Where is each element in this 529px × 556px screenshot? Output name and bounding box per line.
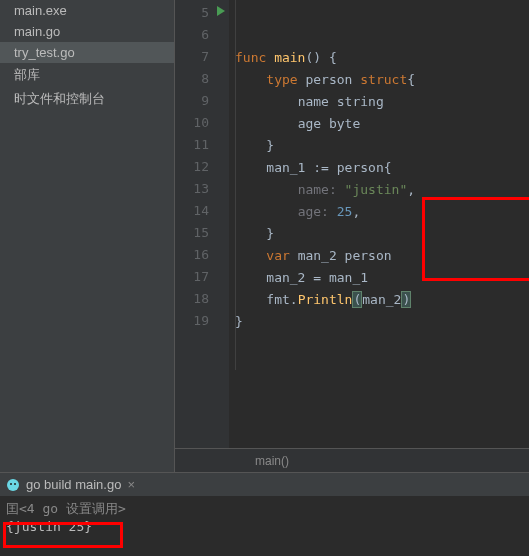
line-number: 15 bbox=[175, 222, 229, 244]
line-number: 13 bbox=[175, 178, 229, 200]
file-tree: main.exemain.gotry_test.go部库时文件和控制台 bbox=[0, 0, 175, 472]
code-line[interactable]: age byte bbox=[235, 113, 529, 135]
code-line[interactable]: } bbox=[235, 223, 529, 245]
code-line[interactable]: type person struct{ bbox=[235, 69, 529, 91]
sidebar-item[interactable]: main.go bbox=[0, 21, 174, 42]
svg-point-0 bbox=[7, 479, 19, 491]
line-number: 14 bbox=[175, 200, 229, 222]
go-icon bbox=[6, 478, 20, 492]
line-number: 7 bbox=[175, 46, 229, 68]
code-line[interactable]: age: 25, bbox=[235, 201, 529, 223]
console-stdout: {justin 25} bbox=[6, 518, 523, 536]
svg-point-1 bbox=[10, 483, 12, 485]
line-number: 18 bbox=[175, 288, 229, 310]
line-number: 8 bbox=[175, 68, 229, 90]
line-number: 11 bbox=[175, 134, 229, 156]
svg-point-2 bbox=[14, 483, 16, 485]
sidebar-item[interactable]: 部库 bbox=[0, 63, 174, 87]
code-line[interactable]: func main() { bbox=[235, 47, 529, 69]
line-number: 5 bbox=[175, 2, 229, 24]
code-line[interactable] bbox=[235, 355, 529, 377]
sidebar-item[interactable]: 时文件和控制台 bbox=[0, 87, 174, 111]
code-line[interactable]: man_2 = man_1 bbox=[235, 267, 529, 289]
code-area[interactable]: func main() { type person struct{ name s… bbox=[229, 0, 529, 448]
line-number: 17 bbox=[175, 266, 229, 288]
line-number: 12 bbox=[175, 156, 229, 178]
code-line[interactable]: name string bbox=[235, 91, 529, 113]
line-number: 19 bbox=[175, 310, 229, 332]
code-line[interactable]: var man_2 person bbox=[235, 245, 529, 267]
code-line[interactable]: } bbox=[235, 311, 529, 333]
sidebar-item[interactable]: main.exe bbox=[0, 0, 174, 21]
code-line[interactable] bbox=[235, 333, 529, 355]
line-number: 9 bbox=[175, 90, 229, 112]
code-line[interactable]: name: "justin", bbox=[235, 179, 529, 201]
line-number: 16 bbox=[175, 244, 229, 266]
run-config-tab[interactable]: go build main.go × bbox=[0, 472, 529, 496]
code-line[interactable]: man_1 := person{ bbox=[235, 157, 529, 179]
run-config-label: go build main.go bbox=[26, 477, 121, 492]
line-number: 10 bbox=[175, 112, 229, 134]
line-gutter: 5678910111213141516171819 bbox=[175, 0, 229, 448]
line-number: 6 bbox=[175, 24, 229, 46]
breadcrumb[interactable]: main() bbox=[175, 448, 529, 472]
code-line[interactable]: } bbox=[235, 135, 529, 157]
run-gutter-icon[interactable] bbox=[217, 6, 225, 16]
sidebar-item[interactable]: try_test.go bbox=[0, 42, 174, 63]
code-editor[interactable]: 5678910111213141516171819 func main() { … bbox=[175, 0, 529, 448]
console-output[interactable]: 囯<4 go 设置调用> {justin 25} bbox=[0, 496, 529, 556]
code-line[interactable]: fmt.Println(man_2) bbox=[235, 289, 529, 311]
console-toolbar[interactable]: 囯<4 go 设置调用> bbox=[6, 500, 523, 518]
close-icon[interactable]: × bbox=[127, 477, 135, 492]
